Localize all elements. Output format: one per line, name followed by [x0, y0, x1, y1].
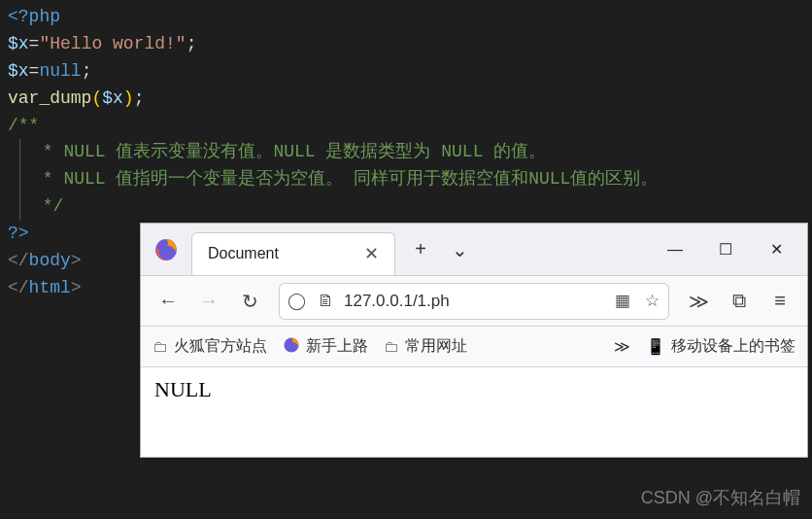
- toolbar: ← → ↻ ◯ 🗎 127.0.0.1/1.ph ▦ ☆ ≫ ⧉ ≡: [141, 276, 807, 327]
- browser-tab[interactable]: Document ✕: [191, 232, 395, 275]
- bookmark-item[interactable]: 🗀 常用网址: [384, 336, 467, 357]
- comment-open: /**: [8, 113, 804, 140]
- comment-block: * NULL 值表示变量没有值。NULL 是数据类型为 NULL 的值。 * N…: [19, 139, 804, 221]
- maximize-button[interactable]: ☐: [700, 230, 751, 269]
- shield-icon[interactable]: ◯: [286, 291, 307, 311]
- comment-line: * NULL 值指明一个变量是否为空值。 同样可用于数据空值和NULL值的区别。: [32, 166, 804, 193]
- url-text: 127.0.0.1/1.ph: [344, 292, 604, 311]
- browser-window: Document ✕ + ⌄ — ☐ ✕ ← → ↻ ◯ 🗎 127.0.0.1…: [140, 223, 808, 458]
- tabs-dropdown-button[interactable]: ⌄: [440, 230, 479, 269]
- bookmarks-bar: 🗀 火狐官方站点 新手上路 🗀 常用网址 ≫ 📱 移动设备上的书签: [141, 327, 807, 367]
- comment-close: */: [32, 193, 804, 221]
- page-content: NULL: [141, 367, 807, 412]
- firefox-icon: [283, 336, 300, 358]
- minimize-button[interactable]: —: [650, 230, 700, 269]
- bookmark-item[interactable]: 新手上路: [283, 336, 368, 358]
- folder-icon: 🗀: [384, 338, 399, 356]
- firefox-logo-icon: [141, 237, 191, 262]
- code-line: $x="Hello world!";: [8, 31, 804, 58]
- output-text: NULL: [154, 377, 212, 401]
- extensions-button[interactable]: ⧉: [720, 282, 759, 321]
- bookmark-label: 常用网址: [405, 336, 467, 357]
- bookmark-label: 新手上路: [306, 336, 368, 357]
- bookmark-label: 火狐官方站点: [174, 336, 267, 357]
- window-controls: — ☐ ✕: [650, 230, 801, 269]
- comment-line: * NULL 值表示变量没有值。NULL 是数据类型为 NULL 的值。: [32, 139, 804, 166]
- reload-button[interactable]: ↻: [230, 282, 269, 321]
- page-info-icon[interactable]: 🗎: [315, 292, 336, 311]
- tab-title: Document: [208, 245, 347, 262]
- code-line: $x=null;: [8, 58, 804, 86]
- forward-button[interactable]: →: [189, 282, 228, 321]
- qr-code-icon[interactable]: ▦: [612, 291, 633, 311]
- bookmark-item[interactable]: 🗀 火狐官方站点: [152, 336, 267, 357]
- overflow-button[interactable]: ≫: [679, 282, 718, 321]
- php-open-tag: <?php: [8, 7, 60, 26]
- watermark: CSDN @不知名白帽: [641, 486, 800, 509]
- titlebar: Document ✕ + ⌄ — ☐ ✕: [141, 224, 807, 276]
- bookmark-star-icon[interactable]: ☆: [641, 291, 662, 311]
- tab-close-icon[interactable]: ✕: [358, 241, 385, 266]
- address-bar[interactable]: ◯ 🗎 127.0.0.1/1.ph ▦ ☆: [279, 283, 669, 320]
- close-window-button[interactable]: ✕: [751, 230, 801, 269]
- new-tab-button[interactable]: +: [401, 230, 440, 269]
- code-line: var_dump($x);: [8, 86, 804, 113]
- bookmarks-overflow-button[interactable]: ≫: [614, 337, 630, 356]
- code-line: <?php: [8, 4, 804, 31]
- bookmark-item-mobile[interactable]: 📱 移动设备上的书签: [646, 336, 795, 357]
- bookmark-label: 移动设备上的书签: [671, 336, 795, 357]
- back-button[interactable]: ←: [149, 282, 187, 321]
- mobile-icon: 📱: [646, 337, 665, 356]
- folder-icon: 🗀: [152, 338, 168, 356]
- svg-point-1: [284, 337, 298, 352]
- app-menu-button[interactable]: ≡: [761, 282, 799, 321]
